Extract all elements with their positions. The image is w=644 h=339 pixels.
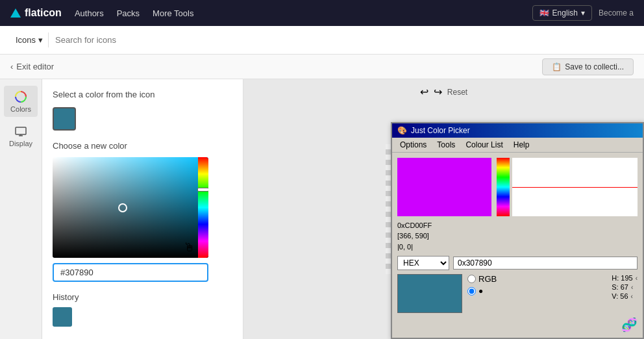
jcp-hex-info: 0xCD00FF [366, 590] |0, 0| [397,220,638,253]
picker-cursor [118,203,127,212]
select-color-title: Select a color from the icon [53,90,232,99]
icons-label: Icons [16,35,36,45]
jcp-controls-row: HEX [397,256,638,270]
jcp-rgb-label: RGB [478,274,497,284]
preview-toolbar: ↩ ↪ Reset [420,86,467,98]
jcp-footer: 🧬 [397,317,638,333]
choose-color-title: Choose a new color [53,141,232,151]
become-text: Become a [599,8,634,18]
jcp-menu-options[interactable]: Options [395,139,432,151]
jcp-offset: |0, 0| [397,242,638,253]
jcp-h-row: H: 195 ‹ [612,274,638,282]
hue-slider[interactable] [198,157,208,258]
jcp-menubar: Options Tools Colour List Help [392,138,643,153]
jcp-menu-tools[interactable]: Tools [432,139,460,151]
jcp-rgb-radio[interactable] [467,275,476,283]
searchbar: Icons ▾ [0,26,644,55]
colors-icon [14,90,28,104]
sidebar-item-colors[interactable]: Colors [4,86,38,117]
nav-authors[interactable]: Authors [75,8,104,18]
redo-icon[interactable]: ↪ [434,86,442,98]
undo-icon[interactable]: ↩ [420,86,428,98]
jcp-color-display [397,158,491,216]
dna-icon: 🧬 [621,317,638,333]
language-button[interactable]: 🇬🇧 English ▾ [532,5,592,21]
hex-input[interactable] [60,268,201,277]
jcp-hue-area [497,158,638,216]
jcp-v-value: V: 56 [612,292,628,300]
jcp-s-value: S: 67 [612,283,628,291]
hue-thumb[interactable] [197,188,208,192]
jcp-body: 0xCD00FF [366, 590] |0, 0| HEX RGB [392,153,643,338]
history-swatch[interactable] [53,307,72,327]
dropdown-arrow: ▾ [38,35,43,45]
icons-dropdown[interactable]: Icons ▾ [10,32,49,47]
logo[interactable]: flaticon [10,7,62,19]
color-panel: Select a color from the icon Choose a ne… [42,79,243,339]
exit-editor-button[interactable]: ‹ Exit editor [10,62,54,71]
jcp-s-arrow[interactable]: ‹ [631,284,633,291]
jcp-menu-help[interactable]: Help [508,139,535,151]
jcp-hue-gradient[interactable] [497,158,510,216]
jcp-menu-colour-list[interactable]: Colour List [460,139,508,151]
jcp-v-arrow[interactable]: ‹ [631,293,633,300]
save-icon: 📋 [552,62,562,71]
jcp-h-arrow[interactable]: ‹ [636,275,638,282]
save-to-collection-button[interactable]: 📋 Save to collecti... [542,58,634,75]
jcp-second-option: ● [478,286,483,295]
jcp-titlebar[interactable]: 🎨 Just Color Picker [392,123,643,138]
topnav: flaticon Authors Packs More Tools 🇬🇧 Eng… [0,0,644,26]
display-label: Display [9,140,32,147]
exit-label: Exit editor [16,62,54,71]
jcp-title: Just Color Picker [411,126,470,135]
reset-label[interactable]: Reset [447,88,467,97]
search-input[interactable] [55,35,634,45]
jcp-s-row: S: 67 ‹ [612,283,638,291]
jcp-top-section [397,158,638,216]
history-title: History [53,292,232,302]
jcp-v-row: V: 56 ‹ [612,292,638,300]
display-icon [14,124,28,138]
nav-more-tools[interactable]: More Tools [153,8,193,18]
editor-toolbar: ‹ Exit editor 📋 Save to collecti... [0,55,644,79]
just-color-picker-window: 🎨 Just Color Picker Options Tools Colour… [391,122,644,340]
jcp-bottom-section: RGB ● H: 195 ‹ S: 67 ‹ [397,274,638,313]
hex-input-container[interactable] [53,263,208,282]
jcp-second-radio[interactable] [467,287,476,295]
logo-text: flaticon [25,7,62,19]
jcp-rgb-radio-row: RGB [467,274,497,284]
logo-icon [10,8,21,18]
mouse-cursor-icon: 🖱 [184,241,195,255]
left-sidebar: Colors Display [0,79,42,339]
colors-label: Colors [10,105,31,113]
svg-rect-1 [16,127,26,134]
jcp-format-select[interactable]: HEX [397,256,449,270]
jcp-hex-input[interactable] [453,257,638,270]
main-area: Colors Display Select a color from the i… [0,79,644,339]
back-arrow-icon: ‹ [10,62,13,71]
nav-links: Authors Packs More Tools [75,8,194,18]
jcp-coords: [366, 590] [397,231,638,242]
jcp-swatch-large [397,274,462,313]
jcp-hex-value: 0xCD00FF [397,220,638,231]
selected-color-swatch[interactable] [53,107,76,131]
sidebar-item-display[interactable]: Display [4,120,38,151]
jcp-icon: 🎨 [397,126,407,135]
jcp-second-radio-row: ● [467,286,497,295]
jcp-crosshair [512,187,638,188]
jcp-h-value: H: 195 [612,274,632,282]
topnav-right: 🇬🇧 English ▾ Become a [532,5,634,21]
color-picker-gradient[interactable]: 🖱 [53,157,208,258]
nav-packs[interactable]: Packs [117,8,140,18]
